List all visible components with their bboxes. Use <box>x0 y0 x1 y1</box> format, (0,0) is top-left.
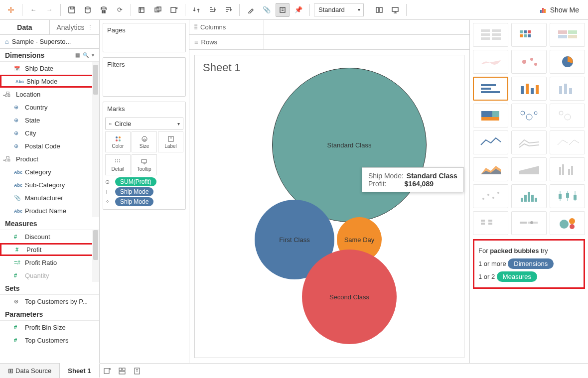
save-icon[interactable] <box>65 3 79 17</box>
new-worksheet-icon[interactable] <box>135 3 149 17</box>
field-ship-date[interactable]: 📅Ship Date <box>0 62 99 75</box>
view-icon[interactable]: ▦ <box>75 52 80 58</box>
field-product-name[interactable]: AbcProduct Name <box>0 204 99 217</box>
field-location[interactable]: ⌄品Location <box>0 88 99 101</box>
field-city[interactable]: ⊕City <box>0 126 99 139</box>
size-shelf[interactable]: Size <box>132 131 157 152</box>
color-shelf[interactable]: Color <box>105 131 131 152</box>
expand-icon[interactable]: ⌄ <box>2 92 6 97</box>
tab-analytics[interactable]: Analytics ⋮ <box>49 20 99 34</box>
showme-option-11[interactable] <box>550 104 585 127</box>
field-sub-category[interactable]: AbcSub-Category <box>0 178 99 191</box>
showme-option-5[interactable] <box>550 50 585 74</box>
tab-data[interactable]: Data <box>0 20 49 34</box>
filters-card[interactable]: Filters <box>103 57 186 97</box>
showme-option-22[interactable] <box>511 211 547 235</box>
duplicate-icon[interactable] <box>151 3 165 17</box>
rows-shelf[interactable]: ≡Rows <box>189 35 469 50</box>
back-icon[interactable]: ← <box>26 3 40 17</box>
viz-canvas[interactable]: Sheet 1 Standard ClassFirst ClassSame Da… <box>194 55 464 358</box>
new-dashboard-icon[interactable] <box>115 367 130 375</box>
new-story-icon[interactable] <box>130 367 145 375</box>
field-profit-bin-size[interactable]: #Profit Bin Size <box>0 321 99 334</box>
field-discount[interactable]: #Discount <box>0 230 99 243</box>
bubble-second-class[interactable]: Second Class <box>302 250 397 344</box>
showme-option-7[interactable] <box>511 77 547 101</box>
showme-option-9[interactable] <box>473 104 508 127</box>
field-profit-ratio[interactable]: =#Profit Ratio <box>0 256 99 269</box>
highlight-icon[interactable] <box>244 3 258 17</box>
field-manufacturer[interactable]: 📎Manufacturer <box>0 191 99 204</box>
showme-option-3[interactable] <box>473 50 508 74</box>
showme-option-18[interactable] <box>473 184 508 208</box>
tooltip-shelf[interactable]: Tooltip <box>132 154 157 175</box>
presentation-icon[interactable] <box>388 3 402 17</box>
showme-option-23[interactable] <box>550 211 585 235</box>
field-profit[interactable]: #Profit <box>0 243 99 256</box>
scrollbar[interactable] <box>92 62 99 217</box>
mark-type-dropdown[interactable]: ○Circle <box>105 118 183 129</box>
field-state[interactable]: ⊕State <box>0 114 99 126</box>
scrollbar[interactable] <box>92 230 99 282</box>
new-datasource-icon[interactable] <box>81 3 95 17</box>
showme-option-8[interactable] <box>550 77 585 101</box>
swap-icon[interactable] <box>189 3 203 17</box>
size-pill-row[interactable]: ⊙SUM(Profit) <box>105 177 183 186</box>
showme-option-0[interactable] <box>473 23 508 47</box>
show-cards-icon[interactable] <box>372 3 386 17</box>
field-type-icon: ⊗ <box>14 298 22 305</box>
menu-icon[interactable]: ▾ <box>92 52 94 58</box>
forward-icon[interactable]: → <box>42 3 56 17</box>
bubble-standard-class[interactable]: Standard Class <box>272 68 427 222</box>
showme-option-15[interactable] <box>473 157 508 181</box>
shipmode-color-pill[interactable]: Ship Mode <box>115 197 153 206</box>
showme-option-16[interactable] <box>511 157 547 181</box>
showme-option-17[interactable] <box>550 157 585 181</box>
tab-datasource[interactable]: ⊞Data Source <box>0 364 60 378</box>
expand-icon[interactable]: ⌄ <box>2 156 6 162</box>
pause-icon[interactable] <box>97 3 111 17</box>
new-sheet-icon[interactable] <box>100 367 115 375</box>
refresh-icon[interactable]: ⟳ <box>113 3 127 17</box>
shipmode-label-pill[interactable]: Ship Mode <box>115 187 153 196</box>
pin-icon[interactable]: 📌 <box>292 3 305 17</box>
search-icon[interactable]: 🔍 <box>83 52 89 58</box>
columns-shelf[interactable]: ⦙⦙⦙Columns <box>189 20 469 35</box>
label-shelf[interactable]: Label <box>158 131 183 152</box>
showme-option-20[interactable] <box>550 184 585 208</box>
showme-option-13[interactable] <box>511 130 547 154</box>
field-category[interactable]: AbcCategory <box>0 165 99 178</box>
field-postal-code[interactable]: ⊕Postal Code <box>0 139 99 152</box>
datasource-row[interactable]: ⌂ Sample - Supersto... <box>0 35 99 49</box>
sort-desc-icon[interactable] <box>221 3 235 17</box>
showme-option-21[interactable] <box>473 211 508 235</box>
field-top-customers-by-p-[interactable]: ⊗Top Customers by P... <box>0 295 99 308</box>
showme-option-14[interactable] <box>550 130 585 154</box>
field-product[interactable]: ⌄品Product <box>0 152 99 165</box>
labels-toggle-icon[interactable] <box>276 3 290 17</box>
color-pill-row[interactable]: ⁘Ship Mode <box>105 197 183 206</box>
field-country[interactable]: ⊕Country <box>0 101 99 114</box>
showme-option-6[interactable] <box>473 77 508 101</box>
tab-sheet1[interactable]: Sheet 1 <box>60 363 99 378</box>
field-ship-mode[interactable]: AbcShip Mode <box>0 75 99 88</box>
fit-dropdown[interactable]: Standard <box>314 3 364 16</box>
showme-option-12[interactable] <box>473 130 508 154</box>
pages-card[interactable]: Pages <box>103 23 186 52</box>
field-top-customers[interactable]: #Top Customers <box>0 334 99 347</box>
showme-option-10[interactable] <box>511 104 547 127</box>
showme-option-19[interactable] <box>511 184 547 208</box>
sort-asc-icon[interactable] <box>205 3 219 17</box>
clear-icon[interactable] <box>167 3 181 17</box>
showme-option-4[interactable] <box>511 50 547 74</box>
field-quantity[interactable]: #Quantity <box>0 269 99 282</box>
showme-button[interactable]: Show Me <box>534 4 584 16</box>
detail-shelf[interactable]: Detail <box>105 154 131 175</box>
showme-option-2[interactable] <box>550 23 585 47</box>
label-pill-row[interactable]: TShip Mode <box>105 187 183 196</box>
field-type-icon: 品 <box>5 155 13 163</box>
attach-icon[interactable]: 📎 <box>260 3 274 17</box>
showme-option-1[interactable] <box>511 23 547 47</box>
tableau-logo-icon[interactable] <box>4 3 18 17</box>
sum-profit-pill[interactable]: SUM(Profit) <box>115 177 156 186</box>
